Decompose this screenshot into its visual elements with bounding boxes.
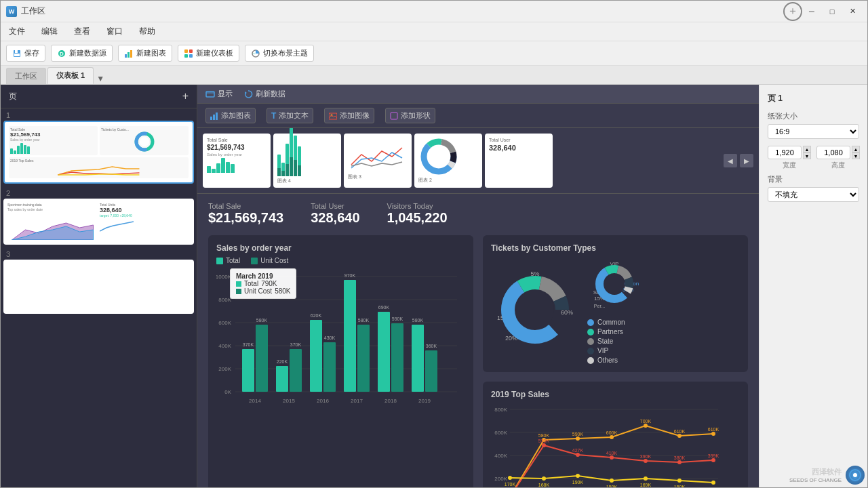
svg-rect-50 [276,366,288,392]
svg-text:200K: 200K [218,366,231,372]
page-item-2[interactable]: 2 Sportmen training data Top sales by or… [3,189,194,245]
add-image-button[interactable]: 添加图像 [324,108,374,123]
svg-text:590K: 590K [392,317,403,321]
legend-total-color [216,258,223,264]
height-down-button[interactable]: ▼ [852,152,860,159]
svg-text:590K: 590K [572,432,584,436]
paper-size-label: 纸张大小 [768,111,859,121]
right-panel: 页 1 纸张大小 16:9 ▲ ▼ 宽度 [759,85,867,488]
bg-select[interactable]: 不填充 [768,187,859,202]
next-chart-button[interactable]: ▶ [740,154,753,167]
svg-marker-20 [245,92,247,94]
svg-text:390K: 390K [640,454,652,459]
refresh-button[interactable]: 刷新数据 [243,89,285,99]
page-item-1[interactable]: 1 Total Sale $21,569,743 Sales by order … [3,111,194,184]
svg-text:2015: 2015 [283,398,295,404]
menu-view[interactable]: 查看 [71,24,93,39]
prev-chart-button[interactable]: ◀ [724,154,737,167]
window-title: 工作区 [21,5,778,17]
legend-vip: VIP [597,347,608,354]
page-num-3: 3 [3,250,194,258]
svg-text:2018: 2018 [384,398,397,404]
new-dashboard-button[interactable]: 新建仪表板 [178,45,239,62]
chart-thumb-2[interactable]: 图表 2 [414,134,482,188]
svg-rect-8 [184,49,188,53]
add-shape-button[interactable]: 添加形状 [385,108,435,123]
close-button[interactable]: ✕ [843,5,862,18]
chart-thumb-1[interactable]: Total User 328,640 [485,134,553,188]
svg-text:2017: 2017 [351,398,363,404]
svg-point-112 [610,435,614,439]
svg-text:370K: 370K [243,342,254,347]
display-button[interactable]: 显示 [205,89,233,99]
svg-rect-52 [290,349,302,392]
chart-thumb-5[interactable]: Total Sale $21,569,743 Sales by order ye… [203,134,271,188]
chart-thumb-3[interactable]: 图表 3 [344,134,412,188]
chart-thumbs-strip: Total Sale $21,569,743 Sales by order ye… [197,128,759,194]
menu-edit[interactable]: 编辑 [39,24,60,39]
width-input[interactable] [768,146,802,159]
svg-point-113 [644,424,648,428]
maximize-button[interactable]: □ [823,5,842,18]
page-thumb-1[interactable]: Total Sale $21,569,743 Sales by order ye… [3,121,194,184]
width-down-button[interactable]: ▼ [803,152,811,159]
svg-text:580K: 580K [538,433,550,438]
add-text-button[interactable]: T 添加文本 [267,108,313,123]
height-input[interactable] [816,146,850,159]
page-thumb-2[interactable]: Sportmen training data Top sales by orde… [3,199,194,245]
sidebar: 页 + 1 Total Sale $21,569,743 Sales by or… [1,85,197,488]
width-up-button[interactable]: ▲ [803,146,811,152]
content-area: 显示 刷新数据 添加图表 [197,85,759,488]
svg-text:427K: 427K [572,448,584,453]
height-up-button[interactable]: ▲ [852,146,860,152]
new-chart-button[interactable]: 新建图表 [118,45,172,62]
new-datasource-button[interactable]: D 新建数据源 [51,45,113,62]
add-chart-button[interactable]: 添加图表 [205,108,256,123]
toolbar: 保存 D 新建数据源 新建图表 新建仪表板 [1,41,867,66]
svg-point-137 [542,476,546,481]
sidebar-add-button[interactable]: + [182,90,189,102]
svg-text:800K: 800K [494,407,507,413]
svg-text:169K: 169K [640,483,652,487]
svg-text:600K: 600K [494,430,507,436]
theme-icon [251,49,260,58]
svg-rect-62 [357,325,370,392]
chart-thumb-4[interactable]: 图表 4 [273,134,341,188]
svg-point-85 [516,291,554,329]
svg-text:530K: 530K [538,439,550,443]
svg-text:380K: 380K [674,455,686,460]
legend-others: Others [597,357,618,364]
menu-file[interactable]: 文件 [6,24,28,39]
svg-rect-10 [184,54,188,58]
tab-dropdown[interactable]: ▼ [95,73,106,84]
app-icon: W [6,6,17,17]
svg-text:580K: 580K [358,318,370,323]
chart-icon [124,49,134,58]
page-item-3[interactable]: 3 [3,250,194,314]
svg-text:170K: 170K [505,482,516,487]
svg-text:Per...: Per... [594,304,605,308]
chart-tooltip: March 2019 Total 790K Unit Cost 580K [230,268,296,299]
paper-size-select[interactable]: 16:9 [768,124,859,139]
minimize-button[interactable]: ─ [802,5,821,18]
svg-rect-55 [310,320,322,392]
tab-workarea[interactable]: 工作区 [6,68,46,84]
svg-text:430K: 430K [324,336,336,340]
svg-rect-5 [125,54,127,58]
tab-dashboard[interactable]: 仪表板 1 [47,67,94,84]
datasource-icon: D [57,49,66,58]
switch-theme-button[interactable]: 切换布景主题 [245,45,314,62]
save-button[interactable]: 保存 [6,45,45,62]
page-thumb-3[interactable] [3,260,194,314]
menu-help[interactable]: 帮助 [136,24,158,39]
plus-button[interactable]: ＋ [783,2,802,21]
menu-window[interactable]: 窗口 [104,24,125,39]
svg-text:370K: 370K [290,342,302,347]
svg-text:200K: 200K [494,476,507,482]
svg-point-126 [610,455,614,460]
legend-unit-cost-color [251,258,258,264]
svg-text:168K: 168K [538,483,550,487]
svg-point-128 [677,460,682,464]
svg-text:190K: 190K [572,480,584,485]
svg-rect-23 [216,113,218,120]
